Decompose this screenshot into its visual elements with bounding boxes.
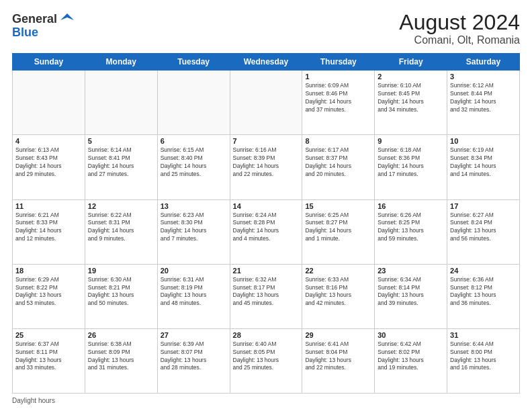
calendar-cell: 7Sunrise: 6:16 AM Sunset: 8:39 PM Daylig… bbox=[230, 135, 302, 199]
day-info: Sunrise: 6:25 AM Sunset: 8:27 PM Dayligh… bbox=[305, 212, 371, 244]
day-number: 28 bbox=[233, 331, 300, 339]
day-number: 26 bbox=[88, 331, 154, 339]
day-number: 25 bbox=[15, 331, 82, 339]
calendar-cell: 20Sunrise: 6:31 AM Sunset: 8:19 PM Dayli… bbox=[157, 264, 230, 328]
day-info: Sunrise: 6:32 AM Sunset: 8:17 PM Dayligh… bbox=[233, 276, 300, 308]
day-info: Sunrise: 6:21 AM Sunset: 8:33 PM Dayligh… bbox=[15, 212, 82, 244]
day-number: 2 bbox=[378, 73, 444, 81]
calendar-cell: 14Sunrise: 6:24 AM Sunset: 8:28 PM Dayli… bbox=[230, 199, 302, 264]
day-number: 9 bbox=[378, 137, 444, 145]
title-block: August 2024 Comani, Olt, Romania bbox=[399, 11, 520, 46]
calendar-cell: 1Sunrise: 6:09 AM Sunset: 8:46 PM Daylig… bbox=[302, 71, 375, 135]
day-number: 10 bbox=[450, 137, 517, 145]
calendar-cell: 28Sunrise: 6:40 AM Sunset: 8:05 PM Dayli… bbox=[230, 328, 302, 393]
day-number: 24 bbox=[450, 267, 517, 275]
day-info: Sunrise: 6:19 AM Sunset: 8:34 PM Dayligh… bbox=[450, 146, 517, 179]
day-number: 4 bbox=[15, 137, 82, 145]
calendar-cell: 8Sunrise: 6:17 AM Sunset: 8:37 PM Daylig… bbox=[302, 135, 375, 199]
day-info: Sunrise: 6:27 AM Sunset: 8:24 PM Dayligh… bbox=[450, 212, 517, 244]
calendar-cell: 26Sunrise: 6:38 AM Sunset: 8:09 PM Dayli… bbox=[85, 328, 157, 393]
day-info: Sunrise: 6:10 AM Sunset: 8:45 PM Dayligh… bbox=[378, 82, 444, 114]
calendar-cell: 31Sunrise: 6:44 AM Sunset: 8:00 PM Dayli… bbox=[447, 328, 520, 393]
day-number: 17 bbox=[450, 202, 517, 210]
col-header-saturday: Saturday bbox=[447, 54, 520, 71]
day-info: Sunrise: 6:38 AM Sunset: 8:09 PM Dayligh… bbox=[88, 340, 154, 373]
day-number: 15 bbox=[305, 202, 371, 210]
calendar-cell: 15Sunrise: 6:25 AM Sunset: 8:27 PM Dayli… bbox=[302, 199, 375, 264]
day-info: Sunrise: 6:31 AM Sunset: 8:19 PM Dayligh… bbox=[161, 276, 227, 308]
day-number: 8 bbox=[305, 137, 371, 145]
calendar-cell: 22Sunrise: 6:33 AM Sunset: 8:16 PM Dayli… bbox=[302, 264, 375, 328]
page: General Blue August 2024 Comani, Olt, Ro… bbox=[0, 0, 532, 411]
day-info: Sunrise: 6:26 AM Sunset: 8:25 PM Dayligh… bbox=[378, 212, 444, 244]
calendar-cell: 4Sunrise: 6:13 AM Sunset: 8:43 PM Daylig… bbox=[13, 135, 85, 199]
calendar-cell: 25Sunrise: 6:37 AM Sunset: 8:11 PM Dayli… bbox=[13, 328, 85, 393]
footer-note: Daylight hours bbox=[12, 397, 520, 404]
day-info: Sunrise: 6:34 AM Sunset: 8:14 PM Dayligh… bbox=[378, 276, 444, 308]
calendar-table: SundayMondayTuesdayWednesdayThursdayFrid… bbox=[12, 53, 520, 394]
logo-text: General Blue bbox=[12, 11, 75, 40]
day-info: Sunrise: 6:23 AM Sunset: 8:30 PM Dayligh… bbox=[161, 212, 227, 244]
calendar-week-4: 18Sunrise: 6:29 AM Sunset: 8:22 PM Dayli… bbox=[13, 264, 520, 328]
calendar-cell: 30Sunrise: 6:42 AM Sunset: 8:02 PM Dayli… bbox=[375, 328, 447, 393]
day-number: 19 bbox=[88, 267, 154, 275]
day-number: 13 bbox=[161, 202, 227, 210]
calendar-cell: 12Sunrise: 6:22 AM Sunset: 8:31 PM Dayli… bbox=[85, 199, 157, 264]
calendar-cell: 19Sunrise: 6:30 AM Sunset: 8:21 PM Dayli… bbox=[85, 264, 157, 328]
day-number: 27 bbox=[161, 331, 227, 339]
day-info: Sunrise: 6:41 AM Sunset: 8:04 PM Dayligh… bbox=[305, 340, 371, 373]
day-info: Sunrise: 6:42 AM Sunset: 8:02 PM Dayligh… bbox=[378, 340, 444, 373]
day-info: Sunrise: 6:18 AM Sunset: 8:36 PM Dayligh… bbox=[378, 146, 444, 179]
logo-general: General bbox=[12, 12, 57, 26]
calendar-week-3: 11Sunrise: 6:21 AM Sunset: 8:33 PM Dayli… bbox=[13, 199, 520, 264]
day-info: Sunrise: 6:22 AM Sunset: 8:31 PM Dayligh… bbox=[88, 212, 154, 244]
day-number: 30 bbox=[378, 331, 444, 339]
calendar-cell: 29Sunrise: 6:41 AM Sunset: 8:04 PM Dayli… bbox=[302, 328, 375, 393]
day-info: Sunrise: 6:39 AM Sunset: 8:07 PM Dayligh… bbox=[161, 340, 227, 373]
day-number: 18 bbox=[15, 267, 82, 275]
day-number: 20 bbox=[161, 267, 227, 275]
calendar-cell: 9Sunrise: 6:18 AM Sunset: 8:36 PM Daylig… bbox=[375, 135, 447, 199]
calendar-cell: 6Sunrise: 6:15 AM Sunset: 8:40 PM Daylig… bbox=[157, 135, 230, 199]
header: General Blue August 2024 Comani, Olt, Ro… bbox=[12, 11, 520, 46]
day-number: 12 bbox=[88, 202, 154, 210]
day-number: 11 bbox=[15, 202, 82, 210]
calendar-cell: 17Sunrise: 6:27 AM Sunset: 8:24 PM Dayli… bbox=[447, 199, 520, 264]
day-number: 31 bbox=[450, 331, 517, 339]
day-info: Sunrise: 6:40 AM Sunset: 8:05 PM Dayligh… bbox=[233, 340, 300, 373]
day-info: Sunrise: 6:16 AM Sunset: 8:39 PM Dayligh… bbox=[233, 146, 300, 179]
day-info: Sunrise: 6:17 AM Sunset: 8:37 PM Dayligh… bbox=[305, 146, 371, 179]
day-number: 16 bbox=[378, 202, 444, 210]
calendar-cell: 24Sunrise: 6:36 AM Sunset: 8:12 PM Dayli… bbox=[447, 264, 520, 328]
col-header-friday: Friday bbox=[375, 54, 447, 71]
day-info: Sunrise: 6:37 AM Sunset: 8:11 PM Dayligh… bbox=[15, 340, 82, 373]
day-number: 6 bbox=[161, 137, 227, 145]
day-info: Sunrise: 6:24 AM Sunset: 8:28 PM Dayligh… bbox=[233, 212, 300, 244]
calendar-cell: 11Sunrise: 6:21 AM Sunset: 8:33 PM Dayli… bbox=[13, 199, 85, 264]
calendar-cell: 21Sunrise: 6:32 AM Sunset: 8:17 PM Dayli… bbox=[230, 264, 302, 328]
day-number: 7 bbox=[233, 137, 300, 145]
day-info: Sunrise: 6:14 AM Sunset: 8:41 PM Dayligh… bbox=[88, 146, 154, 179]
calendar-cell: 10Sunrise: 6:19 AM Sunset: 8:34 PM Dayli… bbox=[447, 135, 520, 199]
day-info: Sunrise: 6:33 AM Sunset: 8:16 PM Dayligh… bbox=[305, 276, 371, 308]
col-header-monday: Monday bbox=[85, 54, 157, 71]
calendar-week-1: 1Sunrise: 6:09 AM Sunset: 8:46 PM Daylig… bbox=[13, 71, 520, 135]
calendar-cell: 5Sunrise: 6:14 AM Sunset: 8:41 PM Daylig… bbox=[85, 135, 157, 199]
day-number: 23 bbox=[378, 267, 444, 275]
col-header-wednesday: Wednesday bbox=[230, 54, 302, 71]
calendar-cell: 3Sunrise: 6:12 AM Sunset: 8:44 PM Daylig… bbox=[447, 71, 520, 135]
logo-icon bbox=[59, 11, 75, 27]
calendar-week-2: 4Sunrise: 6:13 AM Sunset: 8:43 PM Daylig… bbox=[13, 135, 520, 199]
calendar-cell bbox=[85, 71, 157, 135]
calendar-cell bbox=[13, 71, 85, 135]
calendar-week-5: 25Sunrise: 6:37 AM Sunset: 8:11 PM Dayli… bbox=[13, 328, 520, 393]
day-number: 3 bbox=[450, 73, 517, 81]
day-info: Sunrise: 6:09 AM Sunset: 8:46 PM Dayligh… bbox=[305, 82, 371, 114]
day-number: 22 bbox=[305, 267, 371, 275]
month-year: August 2024 bbox=[399, 11, 520, 34]
calendar-cell bbox=[157, 71, 230, 135]
day-number: 29 bbox=[305, 331, 371, 339]
day-number: 5 bbox=[88, 137, 154, 145]
col-header-sunday: Sunday bbox=[13, 54, 85, 71]
calendar-cell: 2Sunrise: 6:10 AM Sunset: 8:45 PM Daylig… bbox=[375, 71, 447, 135]
